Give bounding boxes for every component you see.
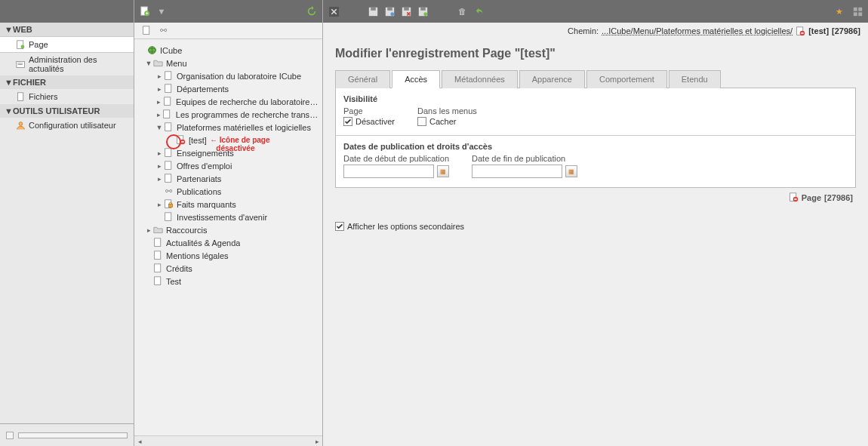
nav-item-news[interactable]: Administration des actualités: [0, 53, 134, 75]
sidebar-topbar: [0, 0, 134, 23]
disable-checkbox[interactable]: Désactiver: [343, 117, 395, 126]
tree-label: Crédits: [166, 264, 192, 273]
calendar-icon[interactable]: ▦: [437, 165, 449, 177]
svg-rect-32: [154, 277, 160, 285]
svg-point-40: [390, 12, 394, 16]
tree-item[interactable]: Mentions légales: [134, 249, 322, 262]
save-new-icon[interactable]: [417, 5, 429, 17]
tree-item-menu[interactable]: ▼ Menu: [134, 57, 322, 69]
file-icon: [15, 91, 26, 102]
tab-général[interactable]: Général: [335, 70, 390, 88]
nav-item-page[interactable]: Page: [0, 36, 134, 53]
tree-item[interactable]: ▸ Equipes de recherche du laboratoire IC…: [134, 95, 322, 108]
breadcrumb: Chemin: ...ICube/Menu/Plateformes matéri…: [323, 23, 868, 39]
globe-icon: [146, 45, 157, 56]
tree-item[interactable]: ▸ Partenariats: [134, 172, 322, 185]
tab-apparence[interactable]: Apparence: [519, 70, 585, 88]
svg-rect-15: [165, 72, 171, 80]
fieldset-legend: Dates de publication et droits d'accès: [343, 142, 848, 151]
save-icon[interactable]: [367, 5, 379, 17]
tab-accès[interactable]: Accès: [392, 70, 440, 88]
tree-body: ICube ▼ Menu ▸ Organisation du laboratoi…: [134, 39, 322, 435]
start-date-input[interactable]: [343, 165, 434, 178]
new-page-icon[interactable]: [139, 5, 151, 17]
news-icon: [15, 59, 26, 69]
page-icon: [163, 71, 174, 82]
tree-label: Les programmes de recherche transversaux: [176, 110, 319, 119]
calendar-icon[interactable]: ▦: [565, 165, 577, 177]
page-icon: [15, 39, 26, 50]
tree-hscroll[interactable]: ◂▸: [134, 435, 322, 446]
user-icon: [15, 120, 26, 131]
publication-fieldset: Dates de publication et droits d'accès D…: [336, 136, 855, 187]
svg-rect-25: [165, 174, 171, 183]
collapse-icon[interactable]: [6, 432, 14, 439]
tree-item[interactable]: ▸ Les programmes de recherche transversa…: [134, 108, 322, 121]
tree-item[interactable]: ▼ Plateformes matérielles et logicielles: [134, 121, 322, 134]
bookmark-icon[interactable]: ★: [833, 5, 845, 17]
svg-rect-18: [164, 110, 170, 118]
nav-item-userconfig[interactable]: Configuration utilisateur: [0, 118, 134, 133]
page-icon: [152, 251, 163, 261]
tree-item[interactable]: Actualités & Agenda: [134, 236, 322, 249]
tree-item[interactable]: ▸ Départements: [134, 82, 322, 95]
tree-item-invest[interactable]: Investissements d'avenir: [134, 211, 322, 223]
nav-item-label: Fichiers: [29, 92, 58, 101]
svg-rect-46: [420, 7, 426, 10]
tree-item-faits[interactable]: ▸ Faits marquants: [134, 198, 322, 211]
nav-section-web[interactable]: ▼ WEB: [0, 23, 134, 36]
visibility-fieldset: Visibilité Page Désactiver Dans les menu…: [336, 88, 855, 136]
page-icon: [163, 212, 174, 223]
tree-item[interactable]: ▸ Organisation du laboratoire ICube: [134, 69, 322, 82]
tree-label: Actualités & Agenda: [166, 238, 240, 248]
shortcut-icon[interactable]: [851, 5, 863, 17]
tree-label: Mentions légales: [166, 251, 229, 260]
tab-etendu[interactable]: Etendu: [669, 70, 721, 88]
delete-icon[interactable]: 🗑: [456, 5, 468, 17]
page-icon: [163, 174, 174, 184]
path-page: [test]: [808, 26, 829, 35]
locked-page-icon: [163, 199, 174, 210]
nav-section-file[interactable]: ▼ FICHIER: [0, 75, 134, 89]
save-close-icon[interactable]: [400, 5, 412, 17]
tree-label: Test: [166, 277, 181, 286]
svg-rect-27: [168, 205, 172, 208]
tab-comportement[interactable]: Comportement: [586, 70, 667, 88]
tree-label: Publications: [177, 187, 221, 196]
path-link[interactable]: ...ICube/Menu/Plateformes matérielles et…: [602, 26, 793, 35]
tree-item-publications[interactable]: ⚯ Publications: [134, 185, 322, 198]
svg-rect-29: [154, 238, 160, 247]
secondary-options-checkbox[interactable]: Afficher les options secondaires: [335, 222, 856, 231]
footer-label: Page: [802, 193, 821, 202]
tree-item[interactable]: ▸ Offres d'emploi: [134, 159, 322, 172]
hide-checkbox[interactable]: Cacher: [417, 117, 477, 126]
tree-item[interactable]: Test: [134, 275, 322, 288]
tree-label: ICube: [160, 46, 182, 55]
disabled-page-icon: [796, 26, 805, 36]
checkbox-label: Cacher: [429, 117, 456, 126]
path-id: [27986]: [832, 26, 860, 35]
tree-root[interactable]: ICube: [134, 44, 322, 57]
nav-item-files[interactable]: Fichiers: [0, 89, 134, 104]
close-icon[interactable]: [328, 5, 340, 17]
save-view-icon[interactable]: [383, 5, 396, 17]
tree-item[interactable]: Crédits: [134, 262, 322, 275]
link-icon[interactable]: ⚯: [157, 25, 169, 37]
field-label: Dans les menus: [417, 106, 477, 115]
refresh-icon[interactable]: [306, 5, 318, 17]
svg-rect-42: [404, 7, 409, 10]
tree-item-raccourcis[interactable]: ▸ Raccourcis: [134, 223, 322, 236]
disabled-page-icon: [789, 192, 799, 202]
filter-icon[interactable]: ▼: [155, 5, 168, 17]
tab-bar: GénéralAccèsMétadonnéesApparenceComporte…: [335, 69, 856, 88]
nav-section-usertools[interactable]: ▼ OUTILS UTILISATEUR: [0, 104, 134, 118]
status-bar: [18, 432, 128, 438]
svg-rect-37: [371, 7, 376, 10]
end-date-input[interactable]: [472, 165, 562, 178]
svg-rect-23: [165, 149, 171, 157]
tab-métadonnées[interactable]: Métadonnées: [442, 70, 518, 88]
footer-id: [27986]: [824, 193, 853, 202]
undo-icon[interactable]: [474, 5, 486, 17]
field-label: Date de fin de publication: [472, 154, 577, 163]
page-icon[interactable]: [140, 25, 152, 37]
